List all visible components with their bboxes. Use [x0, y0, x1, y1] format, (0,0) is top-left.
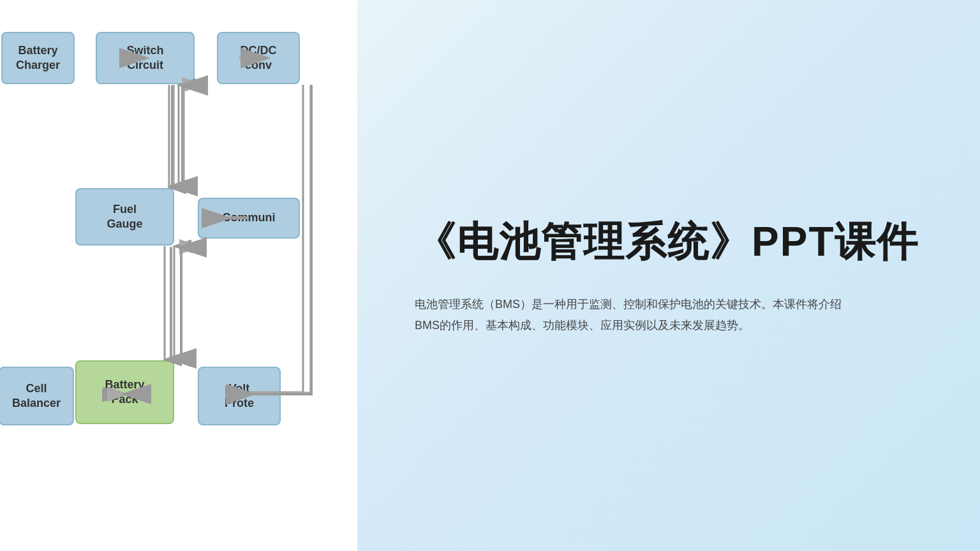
left-panel: Battery Charger Switch Circuit DC/DC con…	[0, 0, 357, 551]
page-title: 《电池管理系统》PPT课件	[415, 216, 923, 268]
battery-pack-box: Battery Pack	[75, 360, 174, 424]
switch-circuit-box: Switch Circuit	[96, 32, 195, 84]
dc-converter-box: DC/DC conv	[217, 32, 300, 84]
diagram: Battery Charger Switch Circuit DC/DC con…	[0, 0, 357, 551]
cell-balancer-box: Cell Balancer	[0, 367, 74, 425]
right-panel: 《电池管理系统》PPT课件 电池管理系统（BMS）是一种用于监测、控制和保护电池…	[357, 0, 980, 551]
battery-charger-box: Battery Charger	[1, 32, 75, 84]
volt-protection-box: Volt Prote	[198, 367, 281, 425]
fuel-gauge-box: Fuel Gauge	[75, 188, 174, 246]
page-description: 电池管理系统（BMS）是一种用于监测、控制和保护电池的关键技术。本课件将介绍BM…	[415, 294, 861, 335]
communication-box: Communi	[198, 198, 300, 239]
